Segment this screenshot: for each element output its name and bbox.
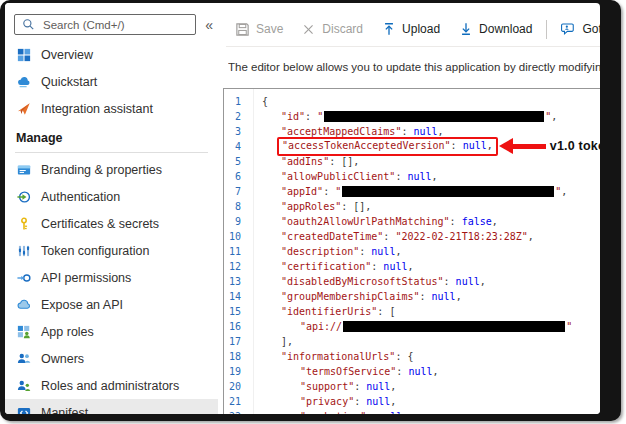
code-token: ,	[438, 126, 444, 137]
code-line: "createdDateTime": "2022-02-21T18:23:28Z…	[262, 229, 600, 244]
sidebar-item-app-roles[interactable]: App roles	[5, 318, 218, 345]
code-token: "marketing"	[300, 411, 366, 414]
code-line: "id": "",	[262, 109, 600, 124]
code-line: "description": null,	[262, 244, 600, 259]
expose-api-icon	[16, 298, 31, 312]
line-number: 17	[224, 334, 241, 349]
code-token: :	[383, 231, 395, 242]
sidebar-item-authentication[interactable]: Authentication	[5, 183, 218, 210]
code-token: null	[413, 126, 437, 137]
search-box[interactable]	[14, 14, 196, 35]
line-number: 6	[224, 169, 241, 184]
sidebar-item-label: Branding & properties	[41, 163, 162, 177]
manifest-json-editor[interactable]: 12345678910111213141516171819202122 {"id…	[223, 88, 600, 414]
code-line: "informationalUrls": {	[262, 349, 600, 364]
code-token: ,	[528, 231, 534, 242]
code-token: null	[366, 381, 390, 392]
sidebar-item-label: App roles	[41, 325, 94, 339]
sidebar-item-label: Integration assistant	[41, 102, 153, 116]
sidebar-item-integration-assistant[interactable]: Integration assistant	[5, 95, 218, 122]
code-token: "certification"	[281, 261, 371, 272]
code-token: "2022-02-21T18:23:28Z"	[395, 231, 527, 242]
code-token: null	[407, 171, 431, 182]
line-number: 8	[224, 199, 241, 214]
code-token: null	[463, 140, 487, 151]
annotation: v1.0 token	[498, 138, 600, 154]
sidebar-item-token-configuration[interactable]: Token configuration	[5, 237, 218, 264]
code-line: ],	[262, 334, 600, 349]
code-token: :	[450, 216, 462, 227]
code-token: :	[419, 291, 431, 302]
sidebar-item-quickstart[interactable]: Quickstart	[5, 68, 218, 95]
code-token: :	[444, 276, 456, 287]
code-token: null	[371, 246, 395, 257]
code-token: :	[341, 201, 353, 212]
code-token: :	[395, 171, 407, 182]
code-token: "addIns"	[281, 156, 329, 167]
redaction-box	[324, 111, 544, 122]
code-token: "identifierUris"	[281, 306, 377, 317]
sidebar-item-label: Quickstart	[41, 75, 97, 89]
sidebar-item-owners[interactable]: Owners	[5, 345, 218, 372]
code-token: "createdDateTime"	[281, 231, 383, 242]
search-input[interactable]	[41, 18, 189, 32]
discard-button[interactable]: Discard	[292, 17, 372, 41]
certificates-icon	[16, 217, 31, 231]
sidebar-collapse-button[interactable]: «	[203, 15, 215, 35]
sidebar-item-certificates-secrets[interactable]: Certificates & secrets	[5, 210, 218, 237]
sidebar-item-manifest[interactable]: Manifest	[5, 399, 218, 414]
line-number: 15	[224, 304, 241, 319]
toolbar-button-label: Upload	[402, 22, 440, 36]
code-token: :	[329, 156, 341, 167]
upload-icon	[381, 22, 396, 36]
branding-icon	[16, 163, 31, 177]
got-feedback--button[interactable]: Got feedback?	[552, 17, 600, 41]
editor-description: The editor below allows you to update th…	[228, 61, 600, 73]
line-number: 20	[224, 379, 241, 394]
manifest-icon	[16, 406, 31, 415]
sidebar-item-api-permissions[interactable]: API permissions	[5, 264, 218, 291]
code-token: "allowPublicClient"	[281, 171, 395, 182]
code-token: "informationalUrls"	[281, 351, 395, 362]
code-token: "description"	[281, 246, 359, 257]
line-number: 2	[224, 109, 241, 124]
sidebar-item-label: Authentication	[41, 190, 120, 204]
save-button[interactable]: Save	[226, 17, 292, 41]
code-token: {	[262, 96, 268, 107]
sidebar-item-branding-properties[interactable]: Branding & properties	[5, 156, 218, 183]
main-pane: SaveDiscardUploadDownloadGot feedback? T…	[218, 3, 600, 414]
redaction-box	[343, 321, 565, 332]
code-token: ,	[561, 186, 567, 197]
line-number-gutter: 12345678910111213141516171819202122	[224, 89, 254, 414]
code-token: ,	[432, 171, 438, 182]
toolbar: SaveDiscardUploadDownloadGot feedback?	[226, 17, 600, 41]
code-token: :	[323, 186, 335, 197]
code-token: "	[335, 186, 341, 197]
sidebar-item-overview[interactable]: Overview	[5, 41, 218, 68]
owners-icon	[16, 352, 31, 366]
toolbar-divider	[226, 46, 600, 47]
line-number: 9	[224, 214, 241, 229]
line-number: 21	[224, 394, 241, 409]
upload-button[interactable]: Upload	[372, 17, 449, 41]
code-area[interactable]: {"id": "","acceptMappedClaims": null,"ac…	[254, 89, 600, 414]
sidebar-item-roles-and-administrators[interactable]: Roles and administrators	[5, 372, 218, 399]
toolbar-button-label: Download	[479, 22, 532, 36]
toolbar-button-label: Got feedback?	[582, 22, 600, 36]
code-token: [],	[341, 156, 359, 167]
sidebar-item-label: Roles and administrators	[41, 379, 179, 393]
code-token: ,	[480, 276, 486, 287]
sidebar-item-label: Manifest	[41, 406, 88, 415]
code-token: null	[432, 291, 456, 302]
line-number: 12	[224, 259, 241, 274]
search-icon	[21, 18, 36, 31]
code-line: "identifierUris": [	[262, 304, 600, 319]
download-button[interactable]: Download	[449, 17, 541, 41]
code-token: ,	[456, 291, 462, 302]
roles-admins-icon	[16, 379, 31, 393]
redaction-box	[342, 186, 554, 197]
line-number: 10	[224, 229, 241, 244]
code-token: null	[366, 396, 390, 407]
sidebar-item-expose-an-api[interactable]: Expose an API	[5, 291, 218, 318]
code-token: null	[378, 411, 402, 414]
